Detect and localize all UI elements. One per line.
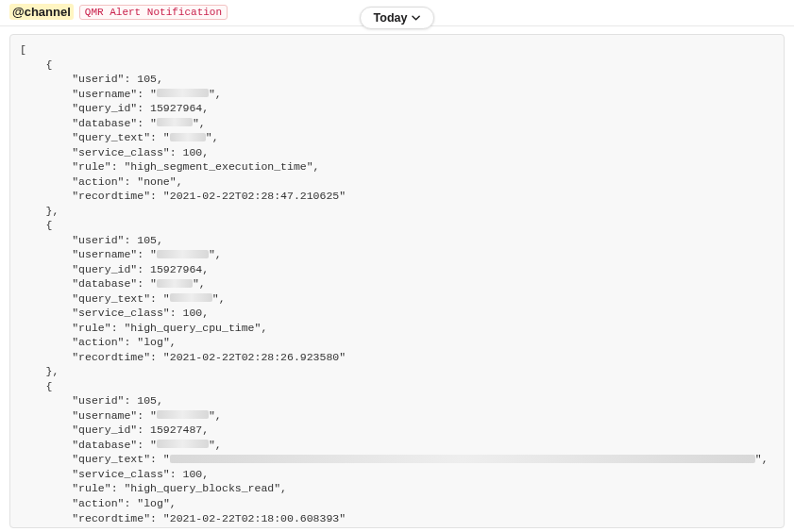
redacted-text bbox=[157, 279, 193, 288]
redacted-text bbox=[157, 118, 193, 126]
channel-mention[interactable]: @channel bbox=[9, 4, 74, 20]
chevron-down-icon bbox=[412, 15, 420, 21]
redacted-text bbox=[170, 455, 755, 463]
redacted-text bbox=[170, 293, 212, 302]
redacted-text bbox=[170, 133, 206, 141]
redacted-text bbox=[157, 89, 209, 97]
date-divider-pill[interactable]: Today bbox=[360, 7, 435, 29]
code-block: [ { "userid": 105, "username": "", "quer… bbox=[9, 34, 785, 528]
redacted-text bbox=[157, 410, 209, 419]
redacted-text bbox=[157, 250, 209, 258]
redacted-text bbox=[157, 440, 209, 448]
message-header: @channel QMR Alert Notification Today bbox=[0, 0, 794, 26]
alert-tag: QMR Alert Notification bbox=[79, 5, 228, 20]
date-label: Today bbox=[374, 11, 408, 25]
